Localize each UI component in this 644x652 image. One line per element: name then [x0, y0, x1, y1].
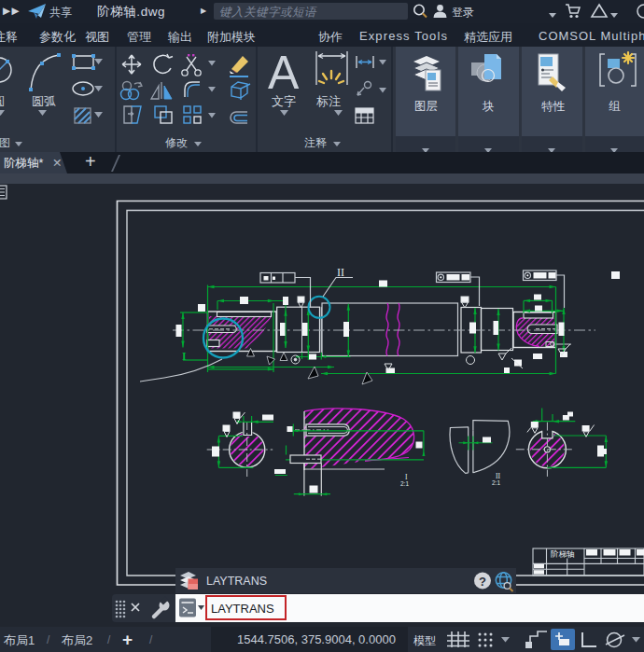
svg-text:2:1: 2:1 [492, 479, 500, 486]
svg-text:LAYTRANS: LAYTRANS [206, 575, 267, 588]
svg-text:阶梯轴: 阶梯轴 [551, 549, 575, 559]
svg-text:LAYTRANS: LAYTRANS [211, 602, 274, 616]
svg-text:标注: 标注 [316, 94, 341, 108]
svg-text:圆: 圆 [0, 94, 5, 108]
svg-text:A: A [268, 47, 300, 99]
svg-text:圆弧: 圆弧 [32, 94, 56, 108]
svg-text:?: ? [479, 575, 486, 589]
svg-text:I: I [182, 351, 187, 362]
svg-text:II: II [337, 266, 344, 279]
svg-text:文字: 文字 [272, 94, 296, 108]
svg-text:2:1: 2:1 [400, 480, 409, 487]
